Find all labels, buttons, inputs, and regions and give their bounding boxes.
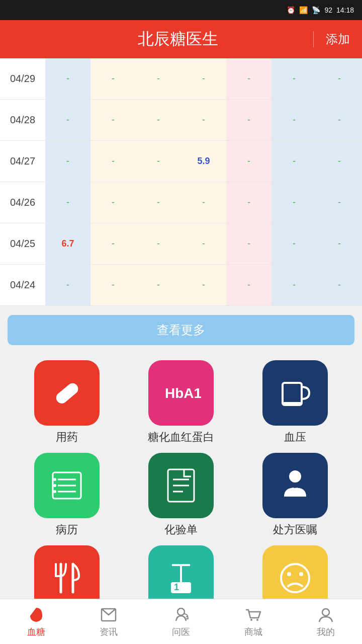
blood-sugar-icon <box>27 606 45 624</box>
svg-rect-0 <box>54 381 80 406</box>
svg-text:Rx: Rx <box>290 481 299 490</box>
data-cell[interactable]: - <box>45 141 90 182</box>
data-cell[interactable]: - <box>45 265 90 305</box>
medicine-icon-box <box>34 360 100 426</box>
data-cell[interactable]: - <box>181 182 226 223</box>
svg-point-31 <box>256 619 258 621</box>
svg-text:1: 1 <box>174 582 179 592</box>
data-cell[interactable]: - <box>136 141 181 182</box>
data-cell[interactable]: - <box>317 100 362 140</box>
data-cell[interactable]: 5.9 <box>181 141 226 182</box>
svg-point-26 <box>299 572 303 576</box>
data-cell[interactable]: - <box>317 58 362 99</box>
data-cell[interactable]: - <box>90 223 136 264</box>
mine-icon <box>317 606 335 624</box>
data-cell[interactable]: - <box>272 58 317 99</box>
date-cell: 04/28 <box>0 100 45 140</box>
data-cell[interactable]: - <box>45 100 90 140</box>
data-cell[interactable]: - <box>226 58 272 99</box>
nav-shop-label: 商城 <box>244 626 262 638</box>
icon-row-2: 病历 化验单 Rx <box>0 449 362 541</box>
data-cell[interactable]: - <box>317 223 362 264</box>
data-cell[interactable]: 6.7 <box>45 223 90 264</box>
view-more-label: 查看更多 <box>157 322 205 338</box>
app-title: 北辰糖医生 <box>42 28 313 50</box>
data-cell[interactable]: - <box>90 265 136 305</box>
data-cell[interactable]: - <box>226 182 272 223</box>
status-clock-icon: ⏰ <box>287 6 295 14</box>
hba1c-button[interactable]: HbA1c 糖化血红蛋白 <box>136 360 226 445</box>
labtest-label: 化验单 <box>164 522 198 537</box>
data-cell[interactable]: - <box>136 223 181 264</box>
nav-doctor[interactable]: 问医 <box>145 599 217 644</box>
icon-grid: 用药 HbA1c 糖化血红蛋白 血压 <box>0 354 362 636</box>
nav-mine[interactable]: 我的 <box>290 599 362 644</box>
prescription-button[interactable]: Rx 处方医嘱 <box>250 453 340 537</box>
table-row: 04/27 - - - 5.9 - - - <box>0 141 362 182</box>
data-cell[interactable]: - <box>226 265 272 305</box>
svg-rect-4 <box>283 402 302 404</box>
data-cell[interactable]: - <box>136 58 181 99</box>
nav-shop[interactable]: 商城 <box>217 599 290 644</box>
table-row: 04/24 - - - - - - - <box>0 265 362 306</box>
data-cell[interactable]: - <box>226 141 272 182</box>
date-cell: 04/25 <box>0 223 45 264</box>
data-cell[interactable]: - <box>181 265 226 305</box>
hba1c-label: 糖化血红蛋白 <box>148 430 214 445</box>
view-more-button[interactable]: 查看更多 <box>8 315 354 345</box>
bloodpressure-button[interactable]: 血压 <box>250 360 340 445</box>
bloodpressure-label: 血压 <box>284 430 306 445</box>
data-cell[interactable]: - <box>136 100 181 140</box>
data-cell[interactable]: - <box>317 182 362 223</box>
data-cell[interactable]: - <box>317 141 362 182</box>
doctor-icon <box>172 606 190 624</box>
data-table: 04/29 - - - - - - - 04/28 - - - - - - - … <box>0 58 362 306</box>
data-cell[interactable]: - <box>136 182 181 223</box>
svg-rect-3 <box>283 383 302 405</box>
news-icon <box>100 606 118 624</box>
nav-news[interactable]: 资讯 <box>72 599 145 644</box>
data-cell[interactable]: - <box>90 141 136 182</box>
data-cell[interactable]: - <box>226 223 272 264</box>
svg-point-9 <box>53 478 56 481</box>
status-battery: 92 <box>324 6 332 14</box>
data-cell[interactable]: - <box>181 223 226 264</box>
table-row: 04/25 6.7 - - - - - - <box>0 223 362 265</box>
data-cell[interactable]: - <box>317 265 362 305</box>
svg-point-24 <box>281 564 309 592</box>
table-row: 04/29 - - - - - - - <box>0 58 362 100</box>
date-cell: 04/26 <box>0 182 45 223</box>
medicine-button[interactable]: 用药 <box>22 360 112 445</box>
bloodpressure-icon-box <box>262 360 328 426</box>
nav-news-label: 资讯 <box>100 626 118 638</box>
status-signal-icon: 📡 <box>312 6 320 14</box>
data-cell[interactable]: - <box>90 182 136 223</box>
date-cell: 04/29 <box>0 58 45 99</box>
labtest-button[interactable]: 化验单 <box>136 453 226 537</box>
data-cell[interactable]: - <box>272 100 317 140</box>
data-cell[interactable]: - <box>272 223 317 264</box>
data-cell[interactable]: - <box>272 141 317 182</box>
data-cell[interactable]: - <box>90 100 136 140</box>
history-button[interactable]: 病历 <box>22 453 112 537</box>
data-cell[interactable]: - <box>226 100 272 140</box>
data-cell[interactable]: - <box>45 58 90 99</box>
data-cell[interactable]: - <box>45 182 90 223</box>
prescription-icon-box: Rx <box>262 453 328 518</box>
date-cell: 04/27 <box>0 141 45 182</box>
shop-icon <box>244 606 262 624</box>
data-cell[interactable]: - <box>181 58 226 99</box>
data-cell[interactable]: - <box>272 265 317 305</box>
svg-point-30 <box>250 619 252 621</box>
data-cell[interactable]: - <box>272 182 317 223</box>
prescription-label: 处方医嘱 <box>273 522 317 537</box>
data-cell[interactable]: - <box>136 265 181 305</box>
data-cell[interactable]: - <box>181 100 226 140</box>
svg-text:HbA1c: HbA1c <box>165 385 201 401</box>
table-row: 04/28 - - - - - - - <box>0 100 362 141</box>
add-button[interactable]: 添加 <box>313 31 350 47</box>
nav-blood-sugar[interactable]: 血糖 <box>0 599 72 644</box>
labtest-icon-box <box>148 453 214 518</box>
history-label: 病历 <box>56 522 78 537</box>
data-cell[interactable]: - <box>90 58 136 99</box>
